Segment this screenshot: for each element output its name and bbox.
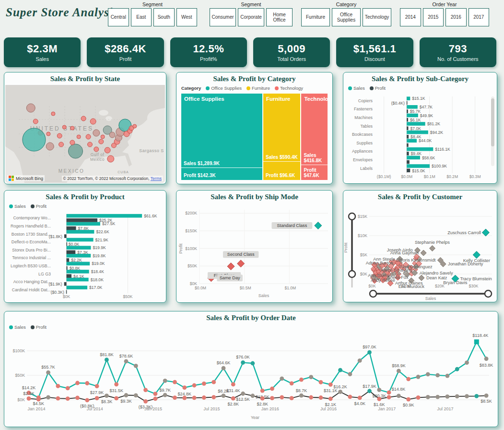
legend-label: Technology — [280, 85, 303, 91]
svg-text:Arthur Gaines: Arthur Gaines — [395, 281, 423, 286]
svg-text:($3.3K): ($3.3K) — [139, 405, 153, 409]
terms-link[interactable]: Terms — [151, 176, 162, 181]
svg-text:Andy Reese: Andy Reese — [371, 278, 395, 283]
svg-text:$2.8K: $2.8K — [228, 402, 239, 406]
kpi-label: No. of Customers — [437, 56, 479, 62]
svg-text:$44.0K: $44.0K — [419, 138, 432, 143]
svg-text:Tennsco Industrial ...: Tennsco Industrial ... — [12, 255, 51, 260]
svg-text:$4.5K: $4.5K — [33, 401, 45, 406]
svg-text:$19.9K: $19.9K — [93, 245, 106, 250]
slicer-option-central[interactable]: Central — [108, 8, 129, 26]
svg-text:$15K: $15K — [358, 214, 367, 219]
legend-dot-icon — [9, 325, 13, 329]
svg-text:($0.3K): ($0.3K) — [51, 290, 64, 295]
chart-title-state: Sales & Profit by State — [4, 75, 166, 83]
orderdate-line-chart[interactable]: $0K$50K$100KJan 2014Jul 2014Jan 2015Jul … — [6, 333, 496, 426]
legend-label: Profit — [375, 85, 386, 91]
slicer-option-2014[interactable]: 2014 — [400, 8, 421, 26]
orderdate-legend: SalesProfit — [9, 324, 47, 330]
subcategory-bar-chart[interactable]: ($0.1M)$0.0M$0.1M$0.2M$0.3MCopiers$15.1K… — [345, 94, 489, 181]
bing-attribution: Microsoft Bing — [7, 175, 45, 181]
slider-handle-bottom[interactable] — [349, 271, 355, 277]
svg-text:Stephanie Phelps: Stephanie Phelps — [415, 240, 450, 245]
kpi-card-no-of-customers: 793No. of Customers — [420, 37, 496, 67]
slicer-option-office-supplies[interactable]: Office Supplies — [332, 8, 361, 26]
legend-item-sales: Sales — [9, 324, 26, 330]
svg-text:$7.3K: $7.3K — [77, 250, 88, 255]
product-bar-chart[interactable]: $0K$50KContemporary Wo...$61.6K$25.2KRog… — [5, 212, 165, 301]
svg-text:$2.8K: $2.8K — [257, 402, 268, 406]
svg-text:$50K: $50K — [188, 263, 197, 268]
kpi-value: 5,009 — [278, 43, 305, 55]
profit-range-slider[interactable] — [349, 213, 355, 287]
category-treemap[interactable]: Office SuppliesSales $1,289.9KProfit $14… — [181, 94, 328, 180]
slicer-option-corporate[interactable]: Corporate — [238, 8, 264, 26]
svg-text:$0.1M: $0.1M — [424, 174, 435, 179]
customer-scatter-chart[interactable]: $0K$5K$10K$15K$0K$10K$20K$30KProfitSales… — [344, 202, 496, 301]
kpi-value: $1,561.1 — [353, 43, 397, 55]
slicer-option-east[interactable]: East — [131, 8, 152, 26]
slicer-option-furniture[interactable]: Furniture — [301, 8, 330, 26]
state-bubble-map[interactable]: UNITED STATESGulf ofMexicoMEXICOSargasso… — [5, 85, 165, 183]
svg-text:Labels: Labels — [360, 166, 373, 171]
slicer-option-home-office[interactable]: Home Office — [266, 8, 293, 26]
svg-text:Zuschuss Carroll: Zuschuss Carroll — [447, 230, 481, 235]
svg-text:Jonathan Doherty: Jonathan Doherty — [448, 262, 483, 266]
page-title: Super Store Analysis — [6, 6, 118, 19]
slicer-option-consumer[interactable]: Consumer — [210, 8, 236, 26]
svg-text:Boston 1730 Stand...: Boston 1730 Stand... — [12, 232, 51, 237]
svg-text:Same Day: Same Day — [220, 275, 240, 280]
panel-sales-profit-by-shipmode: Sales & Profit by Ship Mode $0K$50K$100K… — [176, 190, 333, 303]
legend-item-furniture: Furniture — [246, 85, 270, 91]
slicer-option-2015[interactable]: 2015 — [423, 8, 444, 26]
svg-text:Deflect-o EconoMa...: Deflect-o EconoMa... — [12, 239, 51, 244]
kpi-label: Discount — [364, 56, 385, 62]
svg-text:$0K: $0K — [63, 294, 70, 299]
svg-text:Profit: Profit — [178, 243, 183, 254]
svg-text:$81.8K: $81.8K — [100, 352, 114, 357]
slider-handle-right[interactable] — [485, 290, 492, 297]
svg-text:$0K: $0K — [360, 272, 368, 276]
slider-handle-left[interactable] — [370, 290, 376, 297]
svg-text:$6.1K: $6.1K — [410, 118, 421, 122]
svg-text:$100K: $100K — [13, 348, 25, 353]
svg-text:$76.0K: $76.0K — [236, 355, 250, 359]
kpi-row: $2.3MSales$286.4KProfit12.5%Profit%5,009… — [4, 37, 496, 67]
svg-text:Cardinal Holdit Dat...: Cardinal Holdit Dat... — [12, 287, 51, 292]
treemap-block-furniture[interactable]: FurnitureSales $590.4KProfit $96.6K — [263, 94, 300, 180]
svg-text:$17.9K: $17.9K — [363, 384, 376, 389]
svg-text:$7.8K: $7.8K — [78, 226, 89, 231]
treemap-block-technology[interactable]: TechnologySales $416.8KProfit $47.6K — [301, 94, 328, 180]
svg-text:Dean Katz: Dean Katz — [426, 275, 447, 280]
svg-text:$0.0K: $0.0K — [69, 242, 80, 247]
legend-label: Sales — [353, 85, 365, 91]
kpi-card-profit-: 12.5%Profit% — [170, 37, 247, 67]
svg-text:$0.0M: $0.0M — [195, 286, 206, 290]
legend-dot-icon — [206, 86, 210, 90]
kpi-value: $286.4K — [105, 43, 146, 55]
bing-label: Microsoft Bing — [16, 176, 43, 181]
svg-text:Joseph Airdo: Joseph Airdo — [387, 248, 413, 252]
svg-text:$1.0M: $1.0M — [284, 286, 296, 290]
svg-text:$47.7K: $47.7K — [420, 105, 433, 109]
scrollbar-thumb[interactable] — [491, 98, 494, 146]
slicer-option-2016[interactable]: 2016 — [445, 8, 467, 26]
svg-text:$27.5K: $27.5K — [102, 221, 116, 226]
legend-item-sales: Sales — [348, 85, 365, 91]
svg-text:Year: Year — [251, 415, 259, 420]
slicer-option-technology[interactable]: Technology — [363, 8, 391, 26]
svg-text:$30K: $30K — [469, 284, 478, 288]
svg-text:Storex Dura Pro Bi...: Storex Dura Pro Bi... — [12, 248, 51, 252]
legend-label: Office Supplies — [211, 85, 242, 91]
svg-text:($1.8K): ($1.8K) — [49, 234, 62, 239]
kpi-label: Profit% — [200, 56, 217, 62]
svg-text:$55.7K: $55.7K — [41, 365, 55, 370]
slicer-option-2017[interactable]: 2017 — [469, 8, 490, 26]
slicer-order-year-3: Order Year2014201520162017 — [400, 1, 489, 26]
slicer-option-south[interactable]: South — [153, 8, 175, 26]
treemap-block-office-supplies[interactable]: Office SuppliesSales $1,289.9KProfit $14… — [181, 94, 262, 180]
shipmode-scatter-chart[interactable]: $0K$50K$100K$150K$200K$0.0M$0.5M$1.0MPro… — [177, 203, 331, 301]
slicer-option-west[interactable]: West — [176, 8, 198, 26]
subcategory-scrollbar[interactable] — [491, 96, 494, 166]
slider-handle-top[interactable] — [349, 213, 355, 220]
